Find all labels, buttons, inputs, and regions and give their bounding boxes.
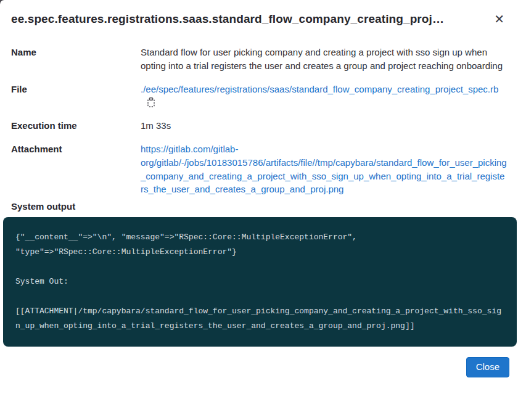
modal-footer: Close [0,347,518,389]
test-case-details-modal: ee.spec.features.registrations.saas.stan… [0,0,518,389]
attachment-url-link[interactable]: https://gitlab.com/gitlab-org/gitlab/-/j… [141,144,507,194]
field-row-file: File ./ee/spec/features/registrations/sa… [11,83,507,110]
field-row-execution-time: Execution time 1m 33s [11,119,507,133]
attachment-field-value: https://gitlab.com/gitlab-org/gitlab/-/j… [141,142,507,196]
execution-time-field-label: Execution time [11,119,141,133]
modal-title: ee.spec.features.registrations.saas.stan… [11,12,444,26]
file-field-label: File [11,83,141,110]
file-field-value: ./ee/spec/features/registrations/saas/st… [141,83,507,110]
system-output-block: {"__content__"=>"\n", "message"=>"RSpec:… [3,217,517,347]
name-field-value: Standard flow for user picking company a… [141,46,507,73]
modal-header: ee.spec.features.registrations.saas.stan… [0,0,518,27]
close-icon[interactable]: ✕ [491,12,507,27]
file-path-link[interactable]: ./ee/spec/features/registrations/saas/st… [141,84,498,94]
system-output-heading: System output [0,201,518,212]
field-row-name: Name Standard flow for user picking comp… [11,46,507,73]
copy-to-clipboard-icon [146,100,156,109]
copy-to-clipboard-button[interactable] [146,97,156,109]
name-field-label: Name [11,46,141,73]
attachment-field-label: Attachment [11,142,141,196]
modal-body: Name Standard flow for user picking comp… [0,46,518,196]
close-button[interactable]: Close [466,357,509,377]
execution-time-field-value: 1m 33s [141,119,507,133]
field-row-attachment: Attachment https://gitlab.com/gitlab-org… [11,142,507,196]
